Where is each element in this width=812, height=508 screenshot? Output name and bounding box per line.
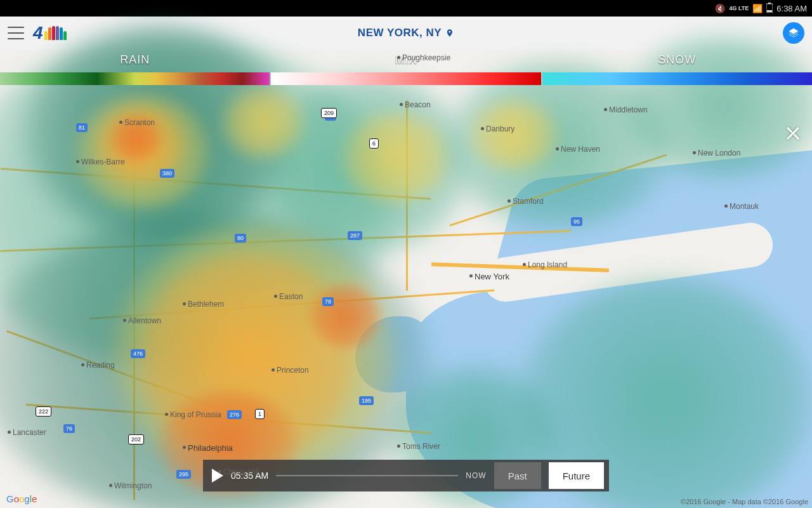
mute-icon: 🔇 bbox=[715, 4, 725, 13]
interstate-shield: 295 bbox=[176, 470, 191, 479]
city-label: Reading bbox=[86, 361, 115, 370]
city-label: King of Prussia bbox=[170, 410, 221, 419]
city-label: Long Island bbox=[528, 260, 567, 269]
station-logo[interactable]: 4 bbox=[33, 23, 67, 43]
status-bar: 🔇 4G LTE 📶 6:38 AM bbox=[0, 0, 812, 17]
google-watermark: Google bbox=[6, 493, 37, 504]
highway bbox=[0, 230, 571, 251]
future-button[interactable]: Future bbox=[549, 462, 604, 489]
city-label: Toms River bbox=[402, 442, 440, 451]
highway bbox=[406, 100, 408, 291]
signal-icon: 📶 bbox=[752, 4, 763, 13]
layers-button[interactable] bbox=[783, 22, 804, 44]
play-button[interactable] bbox=[212, 469, 223, 483]
city-label: Scranton bbox=[124, 118, 155, 127]
location-text: NEW YORK, NY bbox=[358, 27, 442, 39]
app-header: 4 NEW YORK, NY bbox=[0, 17, 812, 50]
highway bbox=[1, 168, 431, 199]
interstate-shield: 81 bbox=[76, 123, 88, 132]
city-label: Middletown bbox=[609, 105, 648, 114]
city-label: Wilmington bbox=[114, 481, 152, 490]
radar-blob bbox=[469, 100, 558, 170]
city-label: New Haven bbox=[561, 145, 600, 154]
city-label: Stamford bbox=[513, 197, 544, 206]
us-route-shield: 209 bbox=[321, 108, 337, 118]
us-route-shield: 202 bbox=[128, 434, 144, 444]
city-label: New York bbox=[475, 272, 509, 281]
us-route-shield: 6 bbox=[369, 138, 379, 149]
city-label: Beacon bbox=[405, 100, 431, 109]
radar-blob bbox=[222, 88, 304, 157]
city-label: Philadelphia bbox=[188, 443, 233, 453]
city-label: Poughkeepsie bbox=[402, 53, 450, 62]
map-copyright: ©2016 Google - Map data ©2016 Google bbox=[681, 498, 808, 505]
city-label: Montauk bbox=[730, 202, 759, 211]
location-selector[interactable]: NEW YORK, NY bbox=[358, 27, 454, 39]
city-label: Cherry Hill bbox=[223, 467, 259, 476]
water-body bbox=[355, 316, 431, 392]
rain-gradient bbox=[0, 72, 270, 85]
network-icon: 4G LTE bbox=[729, 5, 749, 11]
layers-icon bbox=[788, 27, 799, 39]
city-label: Allentown bbox=[128, 316, 161, 325]
legend-rain: RAIN bbox=[0, 50, 270, 94]
radar-blob bbox=[114, 227, 393, 481]
interstate-shield: 195 bbox=[359, 396, 374, 405]
city-label: Danbury bbox=[486, 124, 514, 133]
legend-rain-label: RAIN bbox=[120, 53, 150, 67]
interstate-shield: 78 bbox=[322, 297, 334, 306]
city-label: Easton bbox=[279, 292, 303, 301]
interstate-shield: 380 bbox=[160, 169, 174, 178]
map-base bbox=[0, 50, 812, 508]
city-label: Wilkes-Barre bbox=[81, 157, 125, 166]
city-label: Lancaster bbox=[13, 428, 46, 437]
interstate-shield: 476 bbox=[131, 349, 145, 358]
radar-map[interactable]: RAIN MIX SNOW 05:35 AM NOW Past Future G… bbox=[0, 50, 812, 508]
city-label: New London bbox=[698, 149, 740, 157]
city-label: Bethlehem bbox=[188, 300, 224, 309]
interstate-shield: 80 bbox=[235, 234, 246, 243]
us-route-shield: 1 bbox=[255, 409, 265, 419]
close-icon[interactable] bbox=[784, 124, 802, 142]
snow-gradient bbox=[542, 72, 812, 85]
legend-snow: SNOW bbox=[542, 50, 812, 94]
playback-bar: 05:35 AM NOW Past Future bbox=[203, 460, 609, 491]
status-time: 6:38 AM bbox=[776, 4, 807, 13]
svg-rect-2 bbox=[767, 10, 772, 12]
battery-icon bbox=[766, 3, 773, 15]
radar-blob bbox=[76, 94, 209, 208]
radar-blob bbox=[343, 113, 450, 202]
menu-icon[interactable] bbox=[8, 27, 24, 39]
now-label: NOW bbox=[466, 471, 486, 480]
us-route-shield: 222 bbox=[36, 406, 51, 417]
peacock-icon bbox=[44, 26, 67, 40]
city-label: Princeton bbox=[277, 366, 309, 375]
location-pin-icon bbox=[445, 27, 454, 39]
interstate-shield: 287 bbox=[348, 231, 362, 240]
radar-blob bbox=[266, 75, 469, 253]
legend-snow-label: SNOW bbox=[658, 53, 696, 67]
interstate-shield: 76 bbox=[63, 424, 75, 433]
channel-number: 4 bbox=[33, 23, 43, 43]
mix-gradient bbox=[271, 72, 540, 85]
past-button[interactable]: Past bbox=[494, 462, 541, 489]
interstate-shield: 95 bbox=[571, 217, 582, 226]
interstate-shield: 276 bbox=[227, 410, 242, 419]
radar-blob bbox=[140, 253, 355, 462]
playback-track[interactable] bbox=[276, 475, 458, 476]
